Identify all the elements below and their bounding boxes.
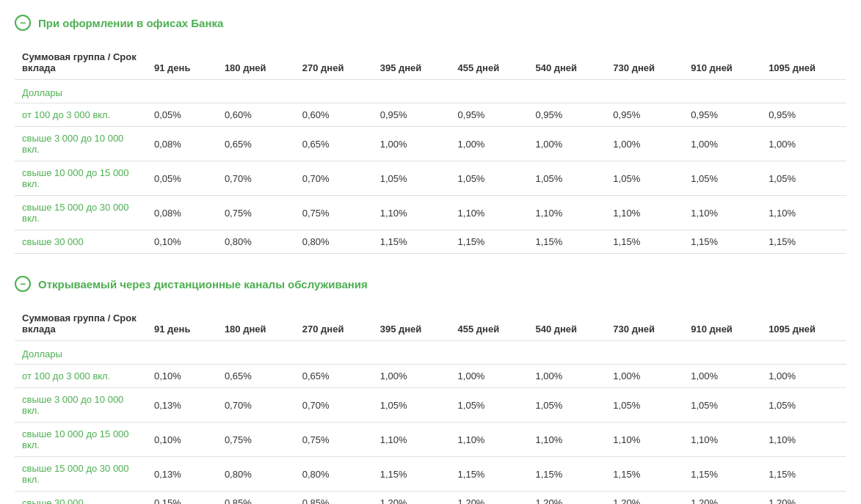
rate-cell: 1,15% [606, 457, 683, 492]
rate-cell: 1,05% [761, 388, 846, 423]
section2-toggle-icon[interactable]: − [15, 276, 31, 292]
rate-cell: 0,80% [295, 230, 373, 254]
section2-title: Открываемый через дистанционные каналы о… [38, 278, 368, 291]
rate-cell: 1,05% [528, 161, 606, 196]
rate-cell: 0,70% [217, 161, 295, 196]
rate-cell: 1,20% [761, 492, 846, 505]
col-header-730: 730 дней [606, 45, 683, 80]
table1-header-row: Суммовая группа / Срок вклада 91 день 18… [15, 45, 846, 80]
rate-cell: 0,80% [295, 457, 373, 492]
rate-cell: 1,15% [451, 457, 528, 492]
rate-cell: 0,75% [295, 423, 373, 457]
rate-cell: 1,05% [451, 161, 528, 196]
rate-cell: 0,65% [217, 127, 295, 161]
row-label: свыше 15 000 до 30 000 вкл. [15, 457, 147, 492]
col-header-270: 270 дней [295, 45, 373, 80]
rate-cell: 0,65% [295, 365, 373, 388]
col2-header-1095: 1095 дней [761, 307, 846, 341]
col-header-group: Суммовая группа / Срок вклада [15, 45, 147, 80]
rate-cell: 1,05% [606, 161, 683, 196]
rate-cell: 0,95% [451, 103, 528, 127]
rate-cell: 1,05% [373, 161, 451, 196]
row-label: свыше 10 000 до 15 000 вкл. [15, 423, 147, 457]
rate-cell: 1,00% [683, 365, 761, 388]
rate-cell: 1,00% [528, 365, 606, 388]
col-header-540: 540 дней [528, 45, 606, 80]
rate-cell: 1,15% [528, 230, 606, 254]
rate-cell: 1,20% [451, 492, 528, 505]
rate-cell: 0,80% [217, 230, 295, 254]
rate-cell: 0,60% [217, 103, 295, 127]
rate-cell: 1,00% [606, 365, 683, 388]
rate-cell: 1,20% [373, 492, 451, 505]
rate-cell: 1,15% [683, 230, 761, 254]
rate-cell: 1,00% [373, 365, 451, 388]
col2-header-395: 395 дней [373, 307, 451, 341]
row-label: свыше 10 000 до 15 000 вкл. [15, 161, 147, 196]
table-row: от 100 до 3 000 вкл.0,05%0,60%0,60%0,95%… [15, 103, 846, 127]
rate-cell: 1,10% [528, 196, 606, 230]
rate-cell: 1,15% [528, 457, 606, 492]
table-row: свыше 3 000 до 10 000 вкл.0,13%0,70%0,70… [15, 388, 846, 423]
category-row: Доллары [15, 341, 846, 365]
rate-cell: 1,10% [451, 423, 528, 457]
rate-cell: 1,15% [761, 457, 846, 492]
rate-cell: 1,05% [451, 388, 528, 423]
col2-header-540: 540 дней [528, 307, 606, 341]
rate-cell: 1,10% [373, 196, 451, 230]
rate-cell: 1,20% [606, 492, 683, 505]
row-label: от 100 до 3 000 вкл. [15, 365, 147, 388]
rate-cell: 1,00% [528, 127, 606, 161]
rate-cell: 1,10% [451, 196, 528, 230]
category-label: Доллары [15, 341, 846, 365]
rate-cell: 1,00% [451, 127, 528, 161]
rate-cell: 0,70% [295, 161, 373, 196]
rate-cell: 0,85% [295, 492, 373, 505]
rate-cell: 1,10% [606, 423, 683, 457]
table-row: свыше 15 000 до 30 000 вкл.0,08%0,75%0,7… [15, 196, 846, 230]
col-header-1095: 1095 дней [761, 45, 846, 80]
rate-cell: 1,05% [683, 388, 761, 423]
section-remote-channels: − Открываемый через дистанционные каналы… [15, 276, 846, 504]
rate-cell: 0,60% [295, 103, 373, 127]
col-header-910: 910 дней [683, 45, 761, 80]
rate-cell: 1,20% [528, 492, 606, 505]
rate-cell: 1,10% [683, 196, 761, 230]
rate-cell: 1,00% [683, 127, 761, 161]
rate-cell: 0,10% [147, 423, 217, 457]
rate-cell: 0,13% [147, 388, 217, 423]
rate-cell: 1,15% [761, 230, 846, 254]
rate-cell: 0,05% [147, 161, 217, 196]
rate-cell: 0,08% [147, 127, 217, 161]
rate-cell: 0,70% [295, 388, 373, 423]
rate-cell: 0,85% [217, 492, 295, 505]
rate-cell: 0,65% [217, 365, 295, 388]
section1-toggle-icon[interactable]: − [15, 15, 31, 31]
table2-header-row: Суммовая группа / Срок вклада 91 день 18… [15, 307, 846, 341]
table-row: свыше 30 0000,15%0,85%0,85%1,20%1,20%1,2… [15, 492, 846, 505]
rate-cell: 1,05% [606, 388, 683, 423]
rate-cell: 1,10% [761, 423, 846, 457]
col-header-180: 180 дней [217, 45, 295, 80]
table-row: свыше 15 000 до 30 000 вкл.0,13%0,80%0,8… [15, 457, 846, 492]
category-label: Доллары [15, 80, 846, 103]
rate-cell: 1,05% [528, 388, 606, 423]
table-row: свыше 30 0000,10%0,80%0,80%1,15%1,15%1,1… [15, 230, 846, 254]
col-header-395: 395 дней [373, 45, 451, 80]
rate-cell: 0,15% [147, 492, 217, 505]
col2-header-91: 91 день [147, 307, 217, 341]
col-header-455: 455 дней [451, 45, 528, 80]
rate-cell: 1,10% [683, 423, 761, 457]
col-header-91: 91 день [147, 45, 217, 80]
rate-cell: 0,70% [217, 388, 295, 423]
col2-header-730: 730 дней [606, 307, 683, 341]
rate-cell: 0,75% [217, 196, 295, 230]
rate-cell: 1,20% [683, 492, 761, 505]
rate-cell: 0,65% [295, 127, 373, 161]
rate-cell: 0,95% [528, 103, 606, 127]
rate-cell: 1,10% [606, 196, 683, 230]
rate-cell: 1,15% [373, 457, 451, 492]
col2-header-180: 180 дней [217, 307, 295, 341]
rate-cell: 0,80% [217, 457, 295, 492]
rate-cell: 1,15% [451, 230, 528, 254]
